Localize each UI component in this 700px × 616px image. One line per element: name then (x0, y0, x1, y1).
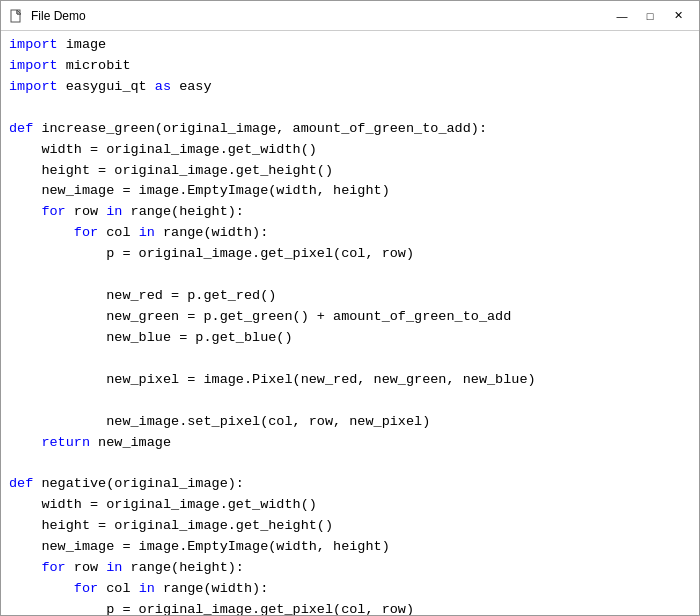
code-line (9, 98, 691, 119)
code-line: new_image = image.EmptyImage(width, heig… (9, 537, 691, 558)
window-title: File Demo (31, 9, 86, 23)
code-line: p = original_image.get_pixel(col, row) (9, 244, 691, 265)
code-line: height = original_image.get_height() (9, 516, 691, 537)
code-line: new_blue = p.get_blue() (9, 328, 691, 349)
code-line: import microbit (9, 56, 691, 77)
title-bar: File Demo — □ ✕ (1, 1, 699, 31)
code-line: width = original_image.get_width() (9, 140, 691, 161)
code-line: new_image = image.EmptyImage(width, heig… (9, 181, 691, 202)
code-line: import image (9, 35, 691, 56)
main-window: File Demo — □ ✕ import imageimport micro… (0, 0, 700, 616)
code-line: for col in range(width): (9, 223, 691, 244)
code-content: import imageimport microbitimport easygu… (9, 35, 691, 615)
code-line (9, 265, 691, 286)
code-line (9, 391, 691, 412)
code-line: return new_image (9, 433, 691, 454)
code-line: height = original_image.get_height() (9, 161, 691, 182)
code-line: import easygui_qt as easy (9, 77, 691, 98)
code-line: for row in range(height): (9, 558, 691, 579)
code-line: for row in range(height): (9, 202, 691, 223)
title-bar-left: File Demo (9, 8, 86, 24)
code-line: p = original_image.get_pixel(col, row) (9, 600, 691, 615)
code-line: width = original_image.get_width() (9, 495, 691, 516)
maximize-button[interactable]: □ (637, 6, 663, 26)
file-icon (9, 8, 25, 24)
code-line: def increase_green(original_image, amoun… (9, 119, 691, 140)
code-line (9, 453, 691, 474)
code-line (9, 349, 691, 370)
code-line: new_red = p.get_red() (9, 286, 691, 307)
minimize-button[interactable]: — (609, 6, 635, 26)
code-line: for col in range(width): (9, 579, 691, 600)
code-line: new_pixel = image.Pixel(new_red, new_gre… (9, 370, 691, 391)
window-controls: — □ ✕ (609, 6, 691, 26)
code-editor[interactable]: import imageimport microbitimport easygu… (1, 31, 699, 615)
close-button[interactable]: ✕ (665, 6, 691, 26)
code-line: new_green = p.get_green() + amount_of_gr… (9, 307, 691, 328)
code-line: new_image.set_pixel(col, row, new_pixel) (9, 412, 691, 433)
code-line: def negative(original_image): (9, 474, 691, 495)
